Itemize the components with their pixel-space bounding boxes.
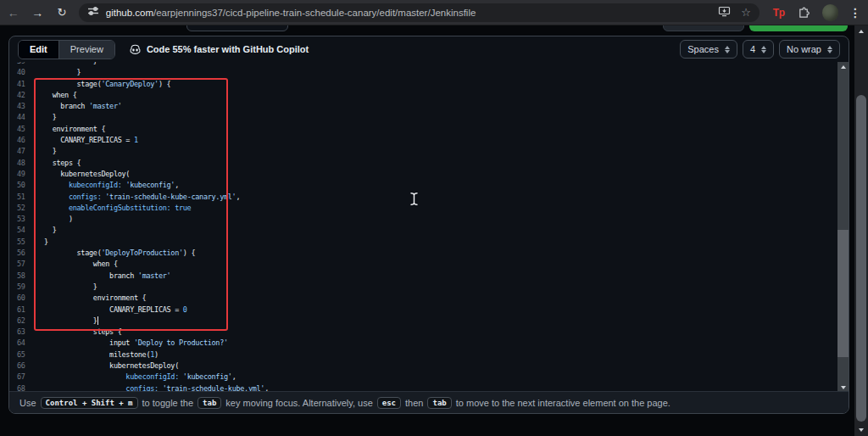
line-number: 51: [9, 192, 35, 203]
site-settings-icon[interactable]: [87, 5, 99, 20]
line-number: 43: [9, 101, 35, 112]
code-line[interactable]: 60 environment {: [9, 293, 849, 304]
page-scroll-up-icon[interactable]: [854, 25, 868, 37]
profile-avatar[interactable]: [822, 4, 838, 21]
browser-chrome: ← → ↻ github.com/earpjennings37/cicd-pip…: [0, 0, 868, 25]
code-line[interactable]: 58 branch 'master': [9, 271, 849, 282]
scroll-up-icon[interactable]: [837, 62, 849, 72]
cancel-changes-button-cutoff[interactable]: [663, 25, 744, 31]
code-line[interactable]: 53 ): [9, 214, 849, 225]
line-number: 44: [9, 112, 35, 123]
indent-size-select[interactable]: 4: [743, 40, 774, 59]
back-icon[interactable]: ←: [7, 0, 20, 25]
code-text: kubernetesDeploy(: [35, 361, 179, 372]
code-line[interactable]: 41 stage('CanaryDeploy') {: [9, 79, 849, 90]
code-text: CANARY_REPLICAS = 1: [35, 135, 138, 146]
copilot-banner-text: Code 55% faster with GitHub Copilot: [147, 44, 309, 54]
code-text: }: [35, 112, 56, 123]
code-line[interactable]: 64 input 'Deploy to Production?': [9, 338, 849, 349]
file-editor-panel: Edit Preview Code 55% faster with GitHub…: [8, 36, 849, 414]
line-number: 58: [9, 271, 35, 282]
code-text: when {: [35, 259, 118, 270]
code-line[interactable]: 62 }: [9, 316, 849, 327]
line-number: 46: [9, 135, 35, 146]
code-line[interactable]: 47 }: [9, 146, 849, 157]
code-text: branch 'master': [35, 101, 122, 112]
wrap-mode-select[interactable]: No wrap: [779, 40, 840, 59]
screen: ← → ↻ github.com/earpjennings37/cicd-pip…: [0, 0, 868, 436]
code-text: kubeconfigId: 'kubeconfig',: [35, 372, 236, 383]
commit-changes-button-cutoff[interactable]: [749, 25, 848, 31]
extensions-puzzle-icon[interactable]: [798, 6, 810, 19]
filename-input-cutoff[interactable]: [186, 25, 288, 31]
accessibility-hint-bar: UseControl + Shift + mto toggle thetabke…: [9, 391, 849, 413]
code-line[interactable]: 57 when {: [9, 259, 849, 270]
code-line[interactable]: 46 CANARY_REPLICAS = 1: [9, 135, 849, 146]
line-number: 67: [9, 372, 35, 383]
bookmark-star-icon[interactable]: ☆: [741, 6, 751, 19]
ibeam-mouse-cursor: [409, 192, 419, 210]
page-scrollbar[interactable]: [854, 25, 868, 436]
install-app-icon[interactable]: [718, 5, 731, 20]
code-line[interactable]: 54 }: [9, 225, 849, 236]
editor-scrollbar-thumb[interactable]: [837, 230, 849, 357]
code-line[interactable]: 49 kubernetesDeploy(: [9, 169, 849, 180]
line-number: 49: [9, 169, 35, 180]
code-text: steps {: [35, 327, 122, 338]
line-number: 63: [9, 327, 35, 338]
code-line[interactable]: 48 steps {: [9, 158, 849, 169]
keyboard-shortcut-chip: tab: [198, 397, 221, 409]
url-text[interactable]: github.com/earpjennings37/cicd-pipeline-…: [106, 8, 718, 18]
code-editor[interactable]: 39 }40 }41 stage('CanaryDeploy') {42 whe…: [9, 62, 849, 393]
tab-edit[interactable]: Edit: [19, 41, 58, 59]
code-line[interactable]: 56 stage('DeployToProduction') {: [9, 248, 849, 259]
line-number: 56: [9, 248, 35, 259]
code-text: configs: 'train-schedule-kube-canary.yml…: [35, 192, 240, 203]
indent-mode-select[interactable]: Spaces: [680, 40, 737, 59]
browser-menu-icon[interactable]: ⋮: [849, 6, 861, 20]
code-line[interactable]: 55}: [9, 237, 849, 248]
code-line[interactable]: 43 branch 'master': [9, 101, 849, 112]
page-scrollbar-thumb[interactable]: [856, 95, 866, 422]
line-number: 47: [9, 146, 35, 157]
editor-scrollbar[interactable]: [837, 62, 849, 393]
code-line[interactable]: 45 environment {: [9, 124, 849, 135]
copilot-icon: [129, 43, 142, 56]
tp-extension-icon[interactable]: Tp: [773, 7, 785, 19]
line-number: 66: [9, 361, 35, 372]
line-number: 61: [9, 305, 35, 316]
page-scroll-down-icon[interactable]: [854, 424, 868, 436]
code-text: kubernetesDeploy(: [35, 169, 130, 180]
copilot-banner[interactable]: Code 55% faster with GitHub Copilot: [129, 43, 309, 56]
code-line[interactable]: 52 enableConfigSubstitution: true: [9, 203, 849, 214]
code-line[interactable]: 50 kubeconfigId: 'kubeconfig',: [9, 180, 849, 191]
line-number: 52: [9, 203, 35, 214]
code-line[interactable]: 66 kubernetesDeploy(: [9, 361, 849, 372]
tab-preview[interactable]: Preview: [58, 41, 114, 59]
line-number: 59: [9, 282, 35, 293]
code-line[interactable]: 61 CANARY_REPLICAS = 0: [9, 305, 849, 316]
hint-text: Use: [19, 398, 36, 408]
forward-icon[interactable]: →: [31, 0, 45, 25]
url-bar[interactable]: github.com/earpjennings37/cicd-pipeline-…: [79, 3, 760, 22]
code-line[interactable]: 63 steps {: [9, 327, 849, 338]
line-number: 53: [9, 214, 35, 225]
editor-toolbar: Edit Preview Code 55% faster with GitHub…: [9, 36, 849, 62]
code-text: when {: [35, 90, 77, 101]
code-line[interactable]: 65 milestone(1): [9, 349, 849, 361]
code-line[interactable]: 42 when {: [9, 90, 849, 101]
code-text: input 'Deploy to Production?': [35, 338, 228, 349]
code-line[interactable]: 44 }: [9, 112, 849, 123]
updown-icon: [827, 46, 832, 53]
code-line[interactable]: 51 configs: 'train-schedule-kube-canary.…: [9, 192, 849, 203]
code-line[interactable]: 59 }: [9, 282, 849, 293]
keyboard-shortcut-chip: esc: [377, 397, 401, 409]
code-text: }: [35, 282, 97, 293]
line-number: 50: [9, 180, 35, 191]
hint-text: then: [405, 398, 423, 408]
code-line[interactable]: 40 }: [9, 67, 849, 78]
code-line[interactable]: 67 kubeconfigId: 'kubeconfig',: [9, 372, 849, 383]
hint-text: to toggle the: [142, 398, 194, 408]
code-text: kubeconfigId: 'kubeconfig',: [35, 180, 179, 191]
reload-icon[interactable]: ↻: [55, 0, 69, 25]
